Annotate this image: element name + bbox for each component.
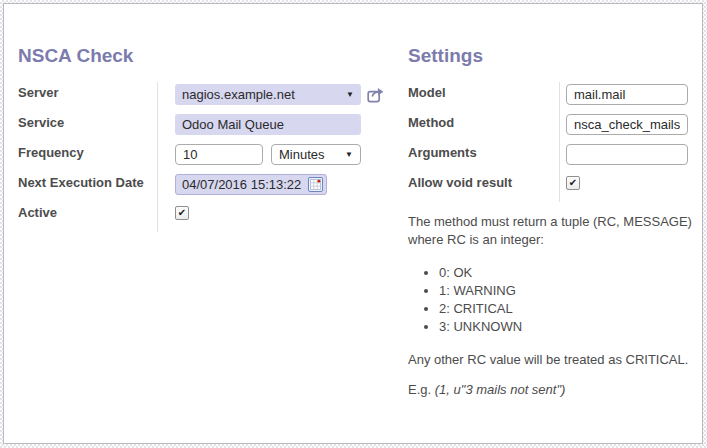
field-row-model: Model <box>408 82 692 112</box>
return-code-list: 0: OK 1: WARNING 2: CRITICAL 3: UNKNOWN <box>408 264 692 336</box>
calendar-icon[interactable] <box>308 177 323 192</box>
server-label: Server <box>18 82 157 112</box>
field-row-arguments: Arguments <box>408 142 692 172</box>
frequency-unit-select[interactable]: Minutes ▼ <box>271 144 361 165</box>
settings-title: Settings <box>408 44 692 67</box>
active-label: Active <box>18 202 157 232</box>
return-code-item: 3: UNKNOWN <box>439 318 692 336</box>
field-row-active: Active ✔ <box>18 202 388 232</box>
return-code-item: 0: OK <box>439 264 692 282</box>
server-select-value: nagios.example.net <box>182 87 295 102</box>
form-panel: NSCA Check Server nagios.example.net ▼ <box>3 3 703 444</box>
checkmark-icon: ✔ <box>569 178 577 188</box>
arguments-label: Arguments <box>408 142 559 172</box>
help-example: E.g. (1, u"3 mails not sent") <box>408 381 692 399</box>
next-execution-date-input[interactable]: 04/07/2016 15:13:22 <box>175 174 327 195</box>
help-intro: The method must return a tuple (RC, MESS… <box>408 213 692 249</box>
field-row-method: Method <box>408 112 692 142</box>
model-input[interactable] <box>566 84 688 105</box>
checkmark-icon: ✔ <box>178 208 186 218</box>
external-link-icon[interactable] <box>367 87 385 107</box>
frequency-unit-value: Minutes <box>279 147 325 162</box>
help-example-prefix: E.g. <box>408 382 435 397</box>
arguments-input[interactable] <box>566 144 688 165</box>
frequency-input[interactable] <box>175 144 263 165</box>
nsca-check-rows: Server nagios.example.net ▼ <box>18 82 388 232</box>
chevron-down-icon: ▼ <box>345 151 353 159</box>
method-input[interactable] <box>566 114 688 135</box>
service-input[interactable] <box>175 114 361 135</box>
frequency-label: Frequency <box>18 142 157 172</box>
settings-group: Settings Model Method Arguments <box>408 44 692 443</box>
field-row-next-execution-date: Next Execution Date 04/07/2016 15:13:22 <box>18 172 388 202</box>
help-note: Any other RC value will be treated as CR… <box>408 351 692 369</box>
nsca-check-title: NSCA Check <box>18 44 388 67</box>
help-example-value: (1, u"3 mails not sent") <box>435 382 566 397</box>
server-select[interactable]: nagios.example.net ▼ <box>175 84 361 105</box>
next-execution-date-value: 04/07/2016 15:13:22 <box>182 177 301 192</box>
model-label: Model <box>408 82 559 112</box>
field-row-frequency: Frequency Minutes ▼ <box>18 142 388 172</box>
allow-void-result-checkbox[interactable]: ✔ <box>566 176 580 190</box>
screenshot-frame: NSCA Check Server nagios.example.net ▼ <box>0 0 707 448</box>
field-row-allow-void-result: Allow void result ✔ <box>408 172 692 202</box>
chevron-down-icon: ▼ <box>346 91 354 99</box>
return-code-item: 1: WARNING <box>439 282 692 300</box>
method-label: Method <box>408 112 559 142</box>
field-row-server: Server nagios.example.net ▼ <box>18 82 388 112</box>
service-label: Service <box>18 112 157 142</box>
field-row-service: Service <box>18 112 388 142</box>
allow-void-result-label: Allow void result <box>408 172 559 202</box>
active-checkbox[interactable]: ✔ <box>175 206 189 220</box>
next-execution-date-label: Next Execution Date <box>18 172 157 202</box>
settings-rows: Model Method Arguments <box>408 82 692 202</box>
method-help-text: The method must return a tuple (RC, MESS… <box>408 213 692 399</box>
nsca-check-group: NSCA Check Server nagios.example.net ▼ <box>18 44 388 443</box>
return-code-item: 2: CRITICAL <box>439 300 692 318</box>
